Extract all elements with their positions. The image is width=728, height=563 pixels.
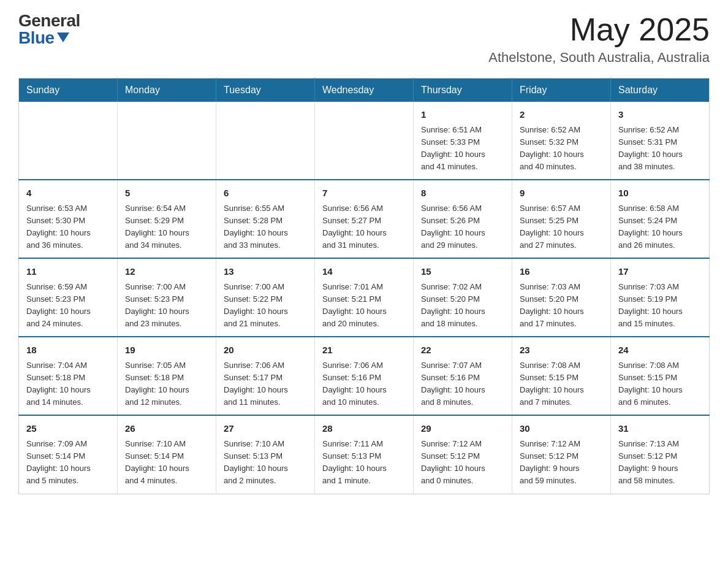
calendar-table: SundayMondayTuesdayWednesdayThursdayFrid…	[18, 78, 710, 494]
day-info: Sunrise: 7:00 AM Sunset: 5:23 PM Dayligh…	[125, 281, 208, 331]
day-number: 26	[125, 422, 208, 436]
day-info: Sunrise: 6:52 AM Sunset: 5:31 PM Dayligh…	[618, 124, 702, 174]
day-of-week-wednesday: Wednesday	[315, 79, 414, 102]
calendar-cell: 6Sunrise: 6:55 AM Sunset: 5:28 PM Daylig…	[216, 180, 315, 258]
day-info: Sunrise: 7:02 AM Sunset: 5:20 PM Dayligh…	[421, 281, 504, 331]
calendar-week-1: 1Sunrise: 6:51 AM Sunset: 5:33 PM Daylig…	[19, 102, 710, 180]
day-info: Sunrise: 7:06 AM Sunset: 5:16 PM Dayligh…	[322, 359, 406, 409]
day-info: Sunrise: 6:51 AM Sunset: 5:33 PM Dayligh…	[421, 124, 504, 174]
day-number: 20	[224, 343, 307, 358]
day-number: 23	[520, 343, 603, 358]
title-area: May 2025 Athelstone, South Australia, Au…	[488, 12, 710, 66]
location-title: Athelstone, South Australia, Australia	[488, 50, 710, 66]
logo-general-text: General	[18, 12, 80, 29]
day-info: Sunrise: 7:08 AM Sunset: 5:15 PM Dayligh…	[618, 359, 702, 409]
day-of-week-monday: Monday	[118, 79, 216, 102]
day-number: 4	[26, 186, 110, 201]
calendar-week-5: 25Sunrise: 7:09 AM Sunset: 5:14 PM Dayli…	[19, 415, 710, 494]
day-of-week-sunday: Sunday	[19, 79, 118, 102]
day-info: Sunrise: 7:08 AM Sunset: 5:15 PM Dayligh…	[520, 359, 603, 409]
calendar-cell: 9Sunrise: 6:57 AM Sunset: 5:25 PM Daylig…	[512, 180, 611, 258]
day-number: 6	[224, 186, 307, 201]
day-number: 5	[125, 186, 208, 201]
day-info: Sunrise: 6:55 AM Sunset: 5:28 PM Dayligh…	[224, 202, 307, 252]
logo-triangle-icon	[57, 33, 69, 42]
calendar-cell: 31Sunrise: 7:13 AM Sunset: 5:12 PM Dayli…	[611, 415, 710, 494]
day-number: 7	[322, 186, 406, 201]
day-info: Sunrise: 7:11 AM Sunset: 5:13 PM Dayligh…	[322, 438, 406, 488]
calendar-cell: 23Sunrise: 7:08 AM Sunset: 5:15 PM Dayli…	[512, 337, 611, 415]
day-number: 13	[224, 265, 307, 279]
day-info: Sunrise: 7:13 AM Sunset: 5:12 PM Dayligh…	[618, 438, 702, 488]
calendar-cell: 13Sunrise: 7:00 AM Sunset: 5:22 PM Dayli…	[216, 258, 315, 337]
calendar-cell	[315, 102, 414, 180]
day-info: Sunrise: 7:09 AM Sunset: 5:14 PM Dayligh…	[26, 438, 110, 488]
calendar-cell: 5Sunrise: 6:54 AM Sunset: 5:29 PM Daylig…	[118, 180, 216, 258]
calendar-week-2: 4Sunrise: 6:53 AM Sunset: 5:30 PM Daylig…	[19, 180, 710, 258]
calendar-cell: 2Sunrise: 6:52 AM Sunset: 5:32 PM Daylig…	[512, 102, 611, 180]
calendar-cell: 1Sunrise: 6:51 AM Sunset: 5:33 PM Daylig…	[414, 102, 512, 180]
day-info: Sunrise: 7:03 AM Sunset: 5:20 PM Dayligh…	[520, 281, 603, 331]
day-number: 8	[421, 186, 504, 201]
calendar-cell: 27Sunrise: 7:10 AM Sunset: 5:13 PM Dayli…	[216, 415, 315, 494]
day-info: Sunrise: 7:06 AM Sunset: 5:17 PM Dayligh…	[224, 359, 307, 409]
page-header: General Blue May 2025 Athelstone, South …	[18, 12, 710, 66]
calendar-week-4: 18Sunrise: 7:04 AM Sunset: 5:18 PM Dayli…	[19, 337, 710, 415]
day-info: Sunrise: 6:56 AM Sunset: 5:26 PM Dayligh…	[421, 202, 504, 252]
logo: General Blue	[18, 12, 80, 47]
calendar-cell	[19, 102, 118, 180]
calendar-week-3: 11Sunrise: 6:59 AM Sunset: 5:23 PM Dayli…	[19, 258, 710, 337]
day-info: Sunrise: 6:54 AM Sunset: 5:29 PM Dayligh…	[125, 202, 208, 252]
day-info: Sunrise: 7:01 AM Sunset: 5:21 PM Dayligh…	[322, 281, 406, 331]
day-number: 14	[322, 265, 406, 279]
day-number: 2	[520, 108, 603, 122]
logo-blue-text: Blue	[18, 29, 80, 47]
calendar-cell: 20Sunrise: 7:06 AM Sunset: 5:17 PM Dayli…	[216, 337, 315, 415]
calendar-cell: 21Sunrise: 7:06 AM Sunset: 5:16 PM Dayli…	[315, 337, 414, 415]
day-number: 17	[618, 265, 702, 279]
calendar-cell: 7Sunrise: 6:56 AM Sunset: 5:27 PM Daylig…	[315, 180, 414, 258]
month-title: May 2025	[488, 12, 710, 47]
day-number: 10	[618, 186, 702, 201]
calendar-cell: 30Sunrise: 7:12 AM Sunset: 5:12 PM Dayli…	[512, 415, 611, 494]
calendar-cell: 12Sunrise: 7:00 AM Sunset: 5:23 PM Dayli…	[118, 258, 216, 337]
day-info: Sunrise: 7:00 AM Sunset: 5:22 PM Dayligh…	[224, 281, 307, 331]
calendar-cell: 11Sunrise: 6:59 AM Sunset: 5:23 PM Dayli…	[19, 258, 118, 337]
days-of-week-row: SundayMondayTuesdayWednesdayThursdayFrid…	[19, 79, 710, 102]
calendar-cell: 3Sunrise: 6:52 AM Sunset: 5:31 PM Daylig…	[611, 102, 710, 180]
day-number: 3	[618, 108, 702, 122]
calendar-cell: 26Sunrise: 7:10 AM Sunset: 5:14 PM Dayli…	[118, 415, 216, 494]
day-number: 24	[618, 343, 702, 358]
calendar-cell: 14Sunrise: 7:01 AM Sunset: 5:21 PM Dayli…	[315, 258, 414, 337]
day-of-week-thursday: Thursday	[414, 79, 512, 102]
day-number: 16	[520, 265, 603, 279]
day-number: 19	[125, 343, 208, 358]
day-of-week-friday: Friday	[512, 79, 611, 102]
day-number: 18	[26, 343, 110, 358]
day-number: 29	[421, 422, 504, 436]
day-info: Sunrise: 6:57 AM Sunset: 5:25 PM Dayligh…	[520, 202, 603, 252]
day-info: Sunrise: 7:04 AM Sunset: 5:18 PM Dayligh…	[26, 359, 110, 409]
day-of-week-tuesday: Tuesday	[216, 79, 315, 102]
day-number: 12	[125, 265, 208, 279]
calendar-cell: 29Sunrise: 7:12 AM Sunset: 5:12 PM Dayli…	[414, 415, 512, 494]
day-number: 11	[26, 265, 110, 279]
calendar-cell: 16Sunrise: 7:03 AM Sunset: 5:20 PM Dayli…	[512, 258, 611, 337]
calendar-cell: 8Sunrise: 6:56 AM Sunset: 5:26 PM Daylig…	[414, 180, 512, 258]
day-of-week-saturday: Saturday	[611, 79, 710, 102]
day-number: 31	[618, 422, 702, 436]
day-info: Sunrise: 7:05 AM Sunset: 5:18 PM Dayligh…	[125, 359, 208, 409]
day-number: 21	[322, 343, 406, 358]
calendar-cell: 15Sunrise: 7:02 AM Sunset: 5:20 PM Dayli…	[414, 258, 512, 337]
calendar-cell: 19Sunrise: 7:05 AM Sunset: 5:18 PM Dayli…	[118, 337, 216, 415]
day-number: 30	[520, 422, 603, 436]
calendar-cell: 4Sunrise: 6:53 AM Sunset: 5:30 PM Daylig…	[19, 180, 118, 258]
day-info: Sunrise: 7:10 AM Sunset: 5:14 PM Dayligh…	[125, 438, 208, 488]
calendar-body: 1Sunrise: 6:51 AM Sunset: 5:33 PM Daylig…	[19, 102, 710, 494]
calendar-cell: 25Sunrise: 7:09 AM Sunset: 5:14 PM Dayli…	[19, 415, 118, 494]
day-info: Sunrise: 6:53 AM Sunset: 5:30 PM Dayligh…	[26, 202, 110, 252]
calendar-header: SundayMondayTuesdayWednesdayThursdayFrid…	[19, 79, 710, 102]
day-info: Sunrise: 6:58 AM Sunset: 5:24 PM Dayligh…	[618, 202, 702, 252]
day-number: 1	[421, 108, 504, 122]
day-info: Sunrise: 7:12 AM Sunset: 5:12 PM Dayligh…	[421, 438, 504, 488]
